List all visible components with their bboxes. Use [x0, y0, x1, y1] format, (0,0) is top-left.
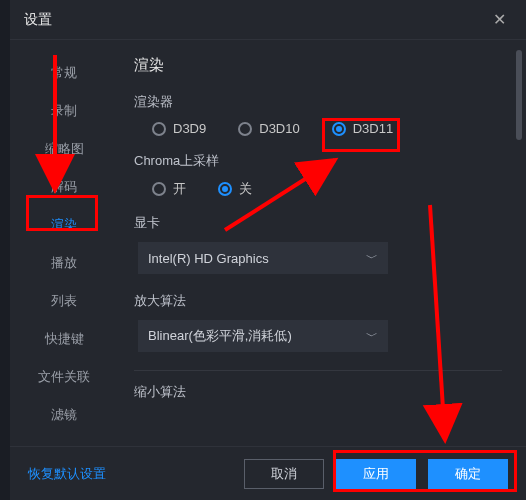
radio-label: 开	[173, 180, 186, 198]
radio-label: 关	[239, 180, 252, 198]
ok-button[interactable]: 确定	[428, 459, 508, 489]
upscale-label: 放大算法	[134, 292, 502, 310]
section-heading: 渲染	[134, 56, 502, 75]
reset-defaults-link[interactable]: 恢复默认设置	[28, 465, 106, 483]
upscale-select[interactable]: Blinear(色彩平滑,消耗低) ﹀	[138, 320, 388, 352]
sidebar-item-fileassoc[interactable]: 文件关联	[10, 358, 118, 396]
radio-chroma-off[interactable]: 关	[218, 180, 252, 198]
apply-button[interactable]: 应用	[336, 459, 416, 489]
sidebar-item-decode[interactable]: 解码	[10, 168, 118, 206]
radio-d3d11[interactable]: D3D11	[332, 121, 393, 136]
renderer-label: 渲染器	[134, 93, 502, 111]
radio-dot-icon	[152, 182, 166, 196]
radio-d3d10[interactable]: D3D10	[238, 121, 299, 136]
sidebar-item-record[interactable]: 录制	[10, 92, 118, 130]
select-value: Intel(R) HD Graphics	[148, 251, 269, 266]
chroma-radio-group: 开 关	[134, 180, 502, 198]
sidebar: 常规 录制 缩略图 解码 渲染 播放 列表 快捷键 文件关联 滤镜	[10, 40, 118, 446]
radio-dot-icon	[218, 182, 232, 196]
chroma-label: Chroma上采样	[134, 152, 502, 170]
footer: 恢复默认设置 取消 应用 确定	[10, 446, 526, 500]
divider	[134, 370, 502, 371]
sidebar-item-hotkey[interactable]: 快捷键	[10, 320, 118, 358]
downscale-label: 缩小算法	[134, 383, 502, 401]
radio-label: D3D11	[353, 121, 393, 136]
content-panel: 渲染 渲染器 D3D9 D3D10 D3D11 Chroma上采样	[118, 40, 526, 446]
cancel-button[interactable]: 取消	[244, 459, 324, 489]
radio-label: D3D9	[173, 121, 206, 136]
gpu-select[interactable]: Intel(R) HD Graphics ﹀	[138, 242, 388, 274]
close-icon[interactable]: ✕	[487, 6, 512, 33]
radio-chroma-on[interactable]: 开	[152, 180, 186, 198]
scrollbar-thumb[interactable]	[516, 50, 522, 140]
radio-dot-icon	[332, 122, 346, 136]
sidebar-item-thumbnail[interactable]: 缩略图	[10, 130, 118, 168]
gpu-label: 显卡	[134, 214, 502, 232]
select-value: Blinear(色彩平滑,消耗低)	[148, 327, 292, 345]
radio-label: D3D10	[259, 121, 299, 136]
sidebar-item-render[interactable]: 渲染	[10, 206, 118, 244]
sidebar-item-playback[interactable]: 播放	[10, 244, 118, 282]
renderer-radio-group: D3D9 D3D10 D3D11	[134, 121, 502, 136]
sidebar-item-filter[interactable]: 滤镜	[10, 396, 118, 434]
chevron-down-icon: ﹀	[366, 328, 378, 345]
radio-dot-icon	[238, 122, 252, 136]
chevron-down-icon: ﹀	[366, 250, 378, 267]
sidebar-item-list[interactable]: 列表	[10, 282, 118, 320]
sidebar-item-general[interactable]: 常规	[10, 54, 118, 92]
radio-dot-icon	[152, 122, 166, 136]
dialog-title: 设置	[24, 11, 52, 29]
radio-d3d9[interactable]: D3D9	[152, 121, 206, 136]
titlebar: 设置 ✕	[10, 0, 526, 40]
